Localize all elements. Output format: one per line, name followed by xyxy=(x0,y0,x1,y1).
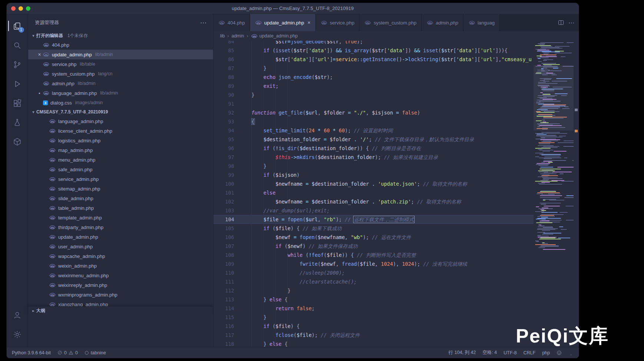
tree-item[interactable]: phpwapcache_admin.php xyxy=(28,251,213,261)
open-editor-item[interactable]: ×phpupdate_admin.phplib/admin xyxy=(28,50,213,59)
tree-item[interactable]: phpwxminprograms_admin.php xyxy=(28,290,213,299)
close-icon[interactable]: × xyxy=(36,52,43,57)
problems-indicator[interactable]: 0 0 xyxy=(57,350,78,355)
tab-service.php[interactable]: phpservice.php xyxy=(316,14,359,31)
breadcrumb-item[interactable]: lib xyxy=(220,33,225,39)
tab-admin.php[interactable]: phpadmin.php xyxy=(422,14,464,31)
close-icon[interactable]: × xyxy=(308,20,311,26)
code-line[interactable]: 91 xyxy=(213,99,579,108)
language-mode[interactable]: php xyxy=(542,350,550,355)
testing-icon[interactable] xyxy=(8,113,27,132)
extensions-icon[interactable] xyxy=(8,93,27,113)
code-line[interactable]: 99 if ($isjson) xyxy=(213,170,579,179)
tree-item[interactable]: phplanguage_admin.php xyxy=(28,116,213,126)
tab-languag[interactable]: phplanguag xyxy=(464,14,500,31)
tree-item[interactable]: phpxiangzhang_admin.php xyxy=(28,299,213,306)
more-actions-icon[interactable]: ⋯ xyxy=(200,19,206,27)
code-line[interactable]: 101 else xyxy=(213,188,579,197)
code-line[interactable]: 88 echo json_encode($str); xyxy=(213,73,579,82)
minimize-window-button[interactable] xyxy=(19,6,23,11)
code-line[interactable]: 96 if (!is_dir($destination_folder)) { /… xyxy=(213,144,579,153)
open-editor-item[interactable]: 3dialog.cssimages/admin xyxy=(28,98,213,107)
eol-setting[interactable]: CRLF xyxy=(523,350,535,355)
tree-item[interactable]: phplicense_client_admin.php xyxy=(28,126,213,136)
code-line[interactable]: 95 $destination_folder = $folder . '/'; … xyxy=(213,135,579,144)
search-icon[interactable] xyxy=(8,36,27,55)
code-line[interactable]: 115 } xyxy=(213,313,579,322)
code-line[interactable]: 103 //var_dump($url);exit; xyxy=(213,206,579,215)
feedback-icon[interactable] xyxy=(557,350,562,355)
tree-item[interactable]: phptable_admin.php xyxy=(28,203,213,213)
code-line[interactable]: 86 $str['data']['url']=service::getInsta… xyxy=(213,55,579,64)
code-line[interactable]: 87 } xyxy=(213,64,579,73)
code-line[interactable]: 84 $str=json_decode($str, true); xyxy=(213,41,579,46)
tree-item[interactable]: phplogistics_admin.php xyxy=(28,136,213,145)
source-control-icon[interactable] xyxy=(8,55,27,74)
code-line[interactable]: 89 exit; xyxy=(213,82,579,90)
tree-item[interactable]: phpuser_admin.php xyxy=(28,242,213,251)
tree-item[interactable]: phpslide_admin.php xyxy=(28,193,213,203)
code-line[interactable]: 94 set_time_limit(24 * 60 * 60); // 设置超时… xyxy=(213,126,579,135)
tree-item[interactable]: phpsafe_admin.php xyxy=(28,165,213,174)
code-line[interactable]: 110 //usleep(2000); xyxy=(213,268,579,277)
code-line[interactable]: 107 if ($newf) // 如果文件保存成功 xyxy=(213,242,579,251)
explorer-icon[interactable]: 1 xyxy=(8,16,27,36)
tabnine-indicator[interactable]: tabnine xyxy=(84,350,106,355)
encoding-setting[interactable]: UTF-8 xyxy=(504,350,517,355)
code-line[interactable]: 93 { xyxy=(213,117,579,126)
code-line[interactable]: 102 $newfname = $destination_folder . 'p… xyxy=(213,197,579,206)
code-line[interactable]: 114 return false; xyxy=(213,304,579,313)
tree-item[interactable]: phpmap_admin.php xyxy=(28,145,213,155)
code-line[interactable]: 109 fwrite($newf, fread($file, 1024), 10… xyxy=(213,259,579,268)
close-window-button[interactable] xyxy=(11,6,16,11)
tab-update_admin.php[interactable]: phpupdate_admin.php× xyxy=(250,14,316,31)
tab-404.php[interactable]: php404.php xyxy=(213,14,250,31)
breadcrumb-item[interactable]: update_admin.php xyxy=(259,33,298,39)
minimap[interactable] xyxy=(534,41,574,347)
tree-item[interactable]: phpmenu_admin.php xyxy=(28,155,213,165)
breadcrumb-item[interactable]: admin xyxy=(232,33,244,39)
open-editor-item[interactable]: ●phplanguage_admin.phplib/admin xyxy=(28,88,213,98)
package-icon[interactable] xyxy=(8,132,27,151)
code-line[interactable]: 105 if ($file) { // 如果下载成功 xyxy=(213,224,579,233)
code-line[interactable]: 113 } else { xyxy=(213,295,579,304)
tree-item[interactable]: phpweixin_admin.php xyxy=(28,261,213,271)
tree-item[interactable]: phpsitemap_admin.php xyxy=(28,184,213,193)
code-line[interactable]: 98 } xyxy=(213,162,579,170)
open-editor-item[interactable]: phpadmin.phplib/admin xyxy=(28,79,213,88)
code-line[interactable]: 111 //clearstatcache(); xyxy=(213,277,579,286)
run-debug-icon[interactable] xyxy=(8,74,27,93)
project-section-header[interactable]: ▾ CMSEASY_7.7.5_UTF-8_20210919 xyxy=(28,107,213,116)
tab-system_custom.php[interactable]: phpsystem_custom.php xyxy=(359,14,422,31)
indentation-setting[interactable]: 空格: 4 xyxy=(482,350,497,356)
more-actions-icon[interactable]: ⋯ xyxy=(568,19,574,26)
open-editor-item[interactable]: phpservice.phplib/table xyxy=(28,59,213,69)
python-version[interactable]: Python 3.9.6 64-bit xyxy=(12,350,51,355)
bell-icon[interactable] xyxy=(568,350,574,355)
tree-item[interactable]: phpupdate_admin.php xyxy=(28,232,213,242)
account-icon[interactable] xyxy=(8,305,27,325)
minimap-slider[interactable] xyxy=(534,65,574,130)
code-line[interactable]: 106 $newf = fopen($newfname, "wb"); // 远… xyxy=(213,233,579,242)
tree-item[interactable]: phpweixinreply_admin.php xyxy=(28,280,213,290)
tree-item[interactable]: phpthirdparty_admin.php xyxy=(28,222,213,232)
zoom-window-button[interactable] xyxy=(26,6,30,11)
code-line[interactable]: 85 if (isset($str['data']) && is_array($… xyxy=(213,46,579,55)
open-editor-item[interactable]: phpsystem_custom.phplang/cn xyxy=(28,69,213,79)
tree-item[interactable]: phpservice_admin.php xyxy=(28,174,213,184)
code-line[interactable]: 100 $newfname = $destination_folder . 'u… xyxy=(213,179,579,188)
outline-section-header[interactable]: ▸ 大纲 xyxy=(28,306,213,315)
split-editor-icon[interactable] xyxy=(558,20,564,26)
code-line[interactable]: 108 while (!feof($file)) { // 判断附件写入是否完整 xyxy=(213,251,579,259)
code-line[interactable]: 112 } xyxy=(213,286,579,295)
open-editor-item[interactable]: php404.php xyxy=(28,40,213,50)
code-line[interactable]: 97 $this->mkdirs($destination_folder); /… xyxy=(213,153,579,162)
editor-pane[interactable]: 84 $str=json_decode($str, true);85 if (i… xyxy=(213,41,579,347)
cursor-position[interactable]: 行 104, 列 42 xyxy=(449,350,476,356)
tree-item[interactable]: phptemplate_admin.php xyxy=(28,213,213,222)
code-line[interactable]: 90 } xyxy=(213,90,579,99)
code-line[interactable]: 104 $file = fopen($url, "rb"); // 远程下载文件… xyxy=(213,215,579,224)
tree-item[interactable]: phpweixinmenu_admin.php xyxy=(28,271,213,280)
open-editors-header[interactable]: ▾ 打开的编辑器 1个未保存 xyxy=(28,31,213,40)
code-line[interactable]: 92 function get_file($url, $folder = "./… xyxy=(213,108,579,117)
